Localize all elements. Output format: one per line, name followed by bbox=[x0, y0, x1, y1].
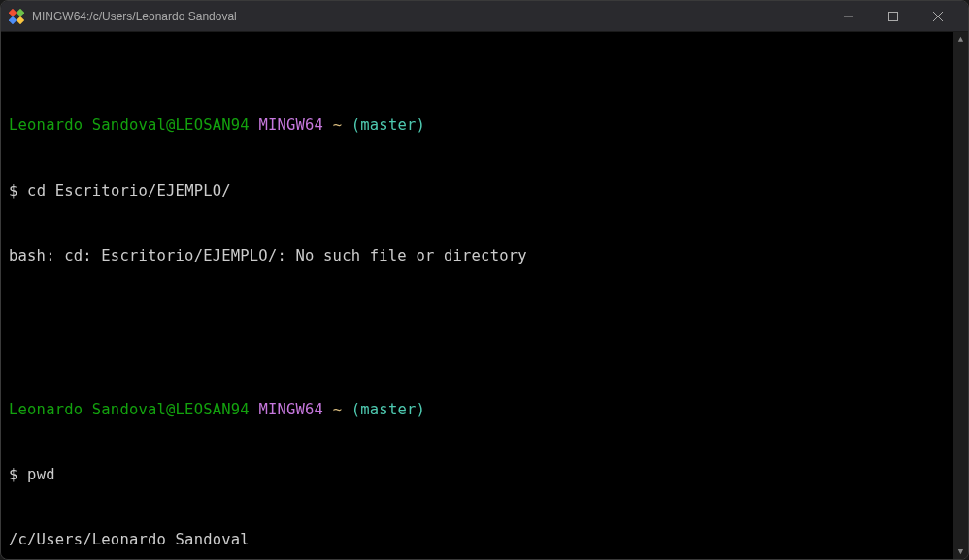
output-line: /c/Users/Leonardo Sandoval bbox=[9, 529, 946, 550]
window-controls bbox=[826, 1, 960, 32]
svg-rect-0 bbox=[9, 9, 17, 16]
svg-rect-3 bbox=[17, 16, 24, 23]
vertical-scrollbar[interactable]: ▲ ▼ bbox=[953, 32, 968, 559]
command-text: cd Escritorio/EJEMPLO/ bbox=[27, 182, 231, 200]
command-text: pwd bbox=[27, 466, 55, 483]
close-button[interactable] bbox=[916, 1, 960, 32]
prompt-line: Leonardo Sandoval@LEOSAN94 MINGW64 ~ (ma… bbox=[9, 399, 946, 420]
svg-rect-1 bbox=[17, 9, 24, 16]
git-bash-icon bbox=[9, 9, 24, 24]
prompt-line: Leonardo Sandoval@LEOSAN94 MINGW64 ~ (ma… bbox=[9, 115, 946, 136]
scroll-up-icon[interactable]: ▲ bbox=[953, 32, 968, 47]
minimize-button[interactable] bbox=[826, 1, 871, 32]
prompt-tilde: ~ bbox=[333, 116, 343, 134]
command-line: $ cd Escritorio/EJEMPLO/ bbox=[9, 181, 946, 202]
svg-rect-5 bbox=[889, 12, 898, 20]
window-title: MINGW64:/c/Users/Leonardo Sandoval bbox=[32, 10, 826, 23]
prompt-user-host: Leonardo Sandoval@LEOSAN94 bbox=[9, 401, 250, 418]
prompt-shell: MINGW64 bbox=[258, 401, 323, 418]
prompt-user-host: Leonardo Sandoval@LEOSAN94 bbox=[9, 116, 250, 134]
prompt-dollar: $ bbox=[9, 466, 18, 483]
prompt-tilde: ~ bbox=[333, 401, 343, 418]
output-line: bash: cd: Escritorio/EJEMPLO/: No such f… bbox=[9, 246, 946, 267]
terminal-area[interactable]: Leonardo Sandoval@LEOSAN94 MINGW64 ~ (ma… bbox=[1, 32, 953, 559]
scroll-down-icon[interactable]: ▼ bbox=[953, 544, 968, 559]
window-titlebar: MINGW64:/c/Users/Leonardo Sandoval bbox=[1, 1, 968, 32]
prompt-branch: (master) bbox=[351, 116, 425, 134]
prompt-shell: MINGW64 bbox=[258, 116, 323, 134]
prompt-dollar: $ bbox=[9, 182, 18, 200]
terminal-wrapper: Leonardo Sandoval@LEOSAN94 MINGW64 ~ (ma… bbox=[1, 32, 968, 559]
blank-line bbox=[9, 312, 946, 333]
command-line: $ pwd bbox=[9, 464, 946, 485]
prompt-branch: (master) bbox=[351, 401, 425, 418]
svg-rect-2 bbox=[9, 16, 17, 23]
maximize-button[interactable] bbox=[871, 1, 916, 32]
